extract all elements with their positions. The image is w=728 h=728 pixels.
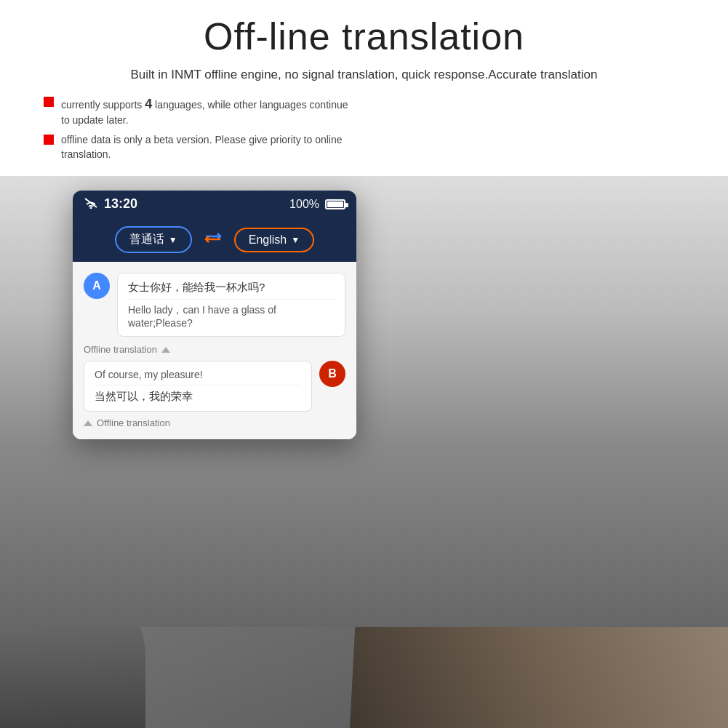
bullet-icon-2: [44, 135, 54, 145]
message-a: A 女士你好，能给我一杯水吗? Hello lady，can I have a …: [84, 273, 345, 337]
bubble-b: Of course, my pleasure! 当然可以，我的荣幸: [84, 361, 312, 412]
message-a-chinese: 女士你好，能给我一杯水吗?: [128, 281, 335, 300]
message-b: B Of course, my pleasure! 当然可以，我的荣幸: [84, 361, 345, 412]
battery-icon: [325, 199, 345, 209]
status-bar: 13:20 100%: [73, 191, 356, 217]
wifi-off-icon: [84, 197, 98, 212]
bullet-item-2: offline data is only a beta version. Ple…: [44, 133, 699, 161]
bullet-icon-1: [44, 97, 54, 107]
right-language-button[interactable]: English ▼: [234, 228, 314, 252]
svg-point-1: [90, 207, 92, 209]
bottom-section: 13:20 100% 普通话 ▼: [0, 176, 728, 627]
chat-area: A 女士你好，能给我一杯水吗? Hello lady，can I have a …: [73, 262, 356, 439]
triangle-up-icon: [161, 347, 170, 353]
bullet-text-2: offline data is only a beta version. Ple…: [61, 133, 352, 161]
language-selector-bar: 普通话 ▼ English ▼: [73, 217, 356, 262]
subtitle: Built in INMT offline engine, no signal …: [29, 65, 699, 84]
message-b-tag: Offline translation: [97, 417, 170, 428]
status-time: 13:20: [104, 196, 137, 212]
bullet-item-1: currently supports 4 languages, while ot…: [44, 95, 699, 128]
avatar-b: B: [319, 361, 345, 387]
bullet-list: currently supports 4 languages, while ot…: [29, 95, 699, 162]
bullet-text-1: currently supports 4 languages, while ot…: [61, 95, 352, 128]
message-b-english: Of course, my pleasure!: [95, 369, 301, 385]
battery-percent: 100%: [289, 198, 319, 211]
message-a-tag: Offline translation: [84, 344, 157, 355]
left-dropdown-arrow: ▼: [169, 235, 177, 245]
status-left: 13:20: [84, 196, 137, 212]
message-a-english: Hello lady，can I have a glass of water;P…: [128, 304, 335, 329]
offline-tag-b: Offline translation: [84, 417, 345, 428]
bubble-a: 女士你好，能给我一杯水吗? Hello lady，can I have a gl…: [117, 273, 345, 337]
triangle-up-b-icon: [84, 420, 92, 426]
status-right: 100%: [289, 198, 345, 211]
language-count: 4: [145, 97, 152, 111]
main-title: Off-line translation: [29, 15, 699, 58]
left-language-label: 普通话: [129, 232, 164, 247]
message-b-chinese: 当然可以，我的荣幸: [95, 390, 301, 404]
battery-fill: [327, 201, 343, 207]
content-overlay: Off-line translation Built in INMT offli…: [0, 0, 728, 728]
phone-mockup: 13:20 100% 普通话 ▼: [73, 191, 356, 439]
offline-tag-a: Offline translation: [84, 344, 345, 355]
right-language-label: English: [249, 233, 287, 247]
left-language-button[interactable]: 普通话 ▼: [115, 226, 192, 253]
avatar-a: A: [84, 273, 110, 299]
top-section: Off-line translation Built in INMT offli…: [0, 0, 728, 176]
right-dropdown-arrow: ▼: [291, 235, 300, 245]
swap-languages-icon[interactable]: [203, 231, 223, 249]
